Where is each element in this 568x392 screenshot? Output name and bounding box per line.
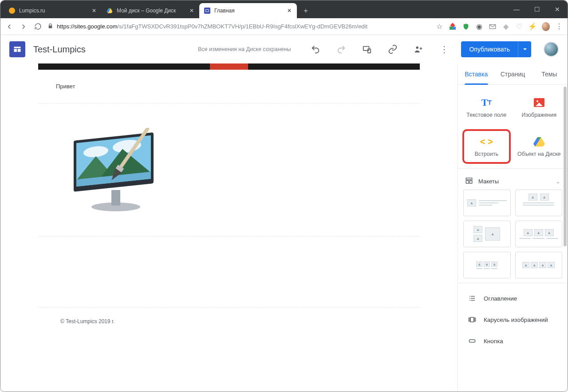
panel-tab-insert[interactable]: Вставка xyxy=(458,63,494,84)
window-maximize-button[interactable]: ☐ xyxy=(527,0,547,18)
star-icon[interactable]: ☆ xyxy=(435,23,443,31)
svg-rect-29 xyxy=(470,181,472,183)
insert-button-item[interactable]: Кнопка xyxy=(462,330,563,352)
panel-scrollbar-thumb[interactable] xyxy=(564,87,567,246)
svg-point-22 xyxy=(536,100,538,102)
save-status-text: Все изменения на Диске сохранены xyxy=(198,46,291,52)
textbox-icon: TT xyxy=(481,97,492,108)
address-bar[interactable]: https://sites.google.com/s/1faFgTWSXDCvR… xyxy=(47,23,430,30)
publish-button-group: Опубликовать xyxy=(461,41,531,57)
more-button[interactable]: ⋮ xyxy=(435,40,453,58)
panel-tab-pages[interactable]: Страниц xyxy=(494,63,531,84)
window-close-button[interactable]: ✕ xyxy=(547,0,568,18)
browser-tab[interactable]: Lumpics.ru ✕ xyxy=(4,3,102,18)
publish-dropdown-button[interactable] xyxy=(518,41,531,57)
account-avatar[interactable] xyxy=(544,42,559,57)
footer-section[interactable]: © Test-Lumpics 2019 г. xyxy=(38,308,420,335)
redo-button[interactable] xyxy=(332,40,350,58)
svg-rect-3 xyxy=(14,47,21,48)
back-button[interactable] xyxy=(5,22,14,31)
favicon-sites xyxy=(204,7,211,14)
extension-icon[interactable]: ◉ xyxy=(475,23,483,31)
drive-icon xyxy=(533,136,545,147)
insert-drive-tile[interactable]: Объект на Диске xyxy=(515,129,564,164)
collapse-icon[interactable]: ⌄ xyxy=(556,178,560,185)
extension-icon[interactable]: ◆ xyxy=(502,23,510,31)
svg-rect-31 xyxy=(469,318,470,321)
svg-rect-33 xyxy=(469,340,475,342)
svg-rect-10 xyxy=(111,190,120,206)
more-label: Карусель изображений xyxy=(484,317,548,323)
monitor-illustration xyxy=(69,128,158,212)
layouts-label: Макеты xyxy=(478,178,499,185)
insert-textbox-tile[interactable]: TT Текстовое поле xyxy=(462,90,511,125)
more-label: Кнопка xyxy=(484,338,503,344)
browser-tab-active[interactable]: Главная ✕ xyxy=(199,3,297,18)
tab-close-icon[interactable]: ✕ xyxy=(189,8,195,14)
share-button[interactable] xyxy=(410,40,427,58)
insert-images-tile[interactable]: Изображения xyxy=(515,90,564,125)
profile-avatar-icon[interactable] xyxy=(542,23,550,31)
image-section[interactable] xyxy=(38,103,420,237)
layout-option[interactable]: ▲▲▲▲ xyxy=(515,252,563,278)
layouts-header[interactable]: Макеты ⌄ xyxy=(462,173,563,190)
svg-rect-27 xyxy=(466,178,472,180)
empty-section[interactable] xyxy=(38,237,420,308)
extension-icon[interactable]: ⚡ xyxy=(529,23,536,31)
extension-icon[interactable] xyxy=(449,23,457,31)
tile-label: Изображения xyxy=(521,112,556,118)
layout-option[interactable]: ▲▲ xyxy=(515,190,563,216)
svg-rect-28 xyxy=(466,181,469,183)
forward-button[interactable] xyxy=(19,22,28,31)
site-title[interactable]: Test-Lumpics xyxy=(33,44,86,55)
browser-titlebar: Lumpics.ru ✕ Мой диск – Google Диск ✕ Гл… xyxy=(0,0,568,18)
layout-option[interactable]: ▲▲▲ xyxy=(463,252,511,278)
link-button[interactable] xyxy=(384,40,402,58)
toc-icon xyxy=(468,294,477,303)
sites-logo-icon[interactable] xyxy=(9,41,25,57)
tile-label: Текстовое поле xyxy=(466,112,506,118)
carousel-icon xyxy=(468,315,477,324)
tab-title: Главная xyxy=(214,8,283,14)
greeting-text: Привет xyxy=(56,83,75,90)
lock-icon xyxy=(47,23,53,30)
extension-icon[interactable]: ♡ xyxy=(515,23,523,31)
svg-rect-5 xyxy=(18,49,21,52)
browser-toolbar: https://sites.google.com/s/1faFgTWSXDCvR… xyxy=(0,18,568,35)
url-path: /s/1faFgTWSXDCvR391tspP0v7hZMBOKT7VH/p/1… xyxy=(118,23,368,30)
preview-button[interactable] xyxy=(358,40,376,58)
button-icon xyxy=(468,337,477,345)
panel-tab-themes[interactable]: Темы xyxy=(531,63,568,84)
window-minimize-button[interactable]: — xyxy=(506,0,527,18)
text-section[interactable]: Привет xyxy=(38,70,420,103)
insert-carousel-item[interactable]: Карусель изображений xyxy=(462,309,563,330)
header-banner[interactable] xyxy=(38,63,420,70)
chrome-menu-icon[interactable]: ⋮ xyxy=(555,23,563,31)
publish-button[interactable]: Опубликовать xyxy=(461,41,518,57)
shield-icon[interactable] xyxy=(462,23,470,31)
insert-embed-tile[interactable]: < > Встроить xyxy=(462,129,511,164)
mail-icon[interactable] xyxy=(489,23,497,31)
undo-button[interactable] xyxy=(307,40,324,58)
editor-canvas[interactable]: Привет xyxy=(0,63,458,392)
svg-rect-30 xyxy=(470,317,474,322)
tab-title: Lumpics.ru xyxy=(19,8,87,14)
url-domain: https://sites.google.com xyxy=(57,23,118,30)
tab-close-icon[interactable]: ✕ xyxy=(91,8,97,14)
tab-title: Мой диск – Google Диск xyxy=(117,8,185,14)
favicon-drive xyxy=(106,7,113,14)
new-tab-button[interactable]: ＋ xyxy=(300,4,312,17)
tab-close-icon[interactable]: ✕ xyxy=(286,8,292,14)
reload-button[interactable] xyxy=(33,22,42,31)
browser-tab[interactable]: Мой диск – Google Диск ✕ xyxy=(102,3,199,18)
layout-option[interactable]: ▲ xyxy=(463,190,511,216)
svg-rect-4 xyxy=(14,49,17,52)
layout-option[interactable]: ▲▲▲ xyxy=(463,221,511,247)
insert-toc-item[interactable]: Оглавление xyxy=(462,288,563,309)
embed-icon: < > xyxy=(481,136,492,147)
footer-text: © Test-Lumpics 2019 г. xyxy=(60,318,114,325)
more-label: Оглавление xyxy=(484,295,517,302)
layout-option[interactable]: ▲▲▲ xyxy=(515,221,563,247)
layouts-icon xyxy=(465,177,473,186)
svg-point-8 xyxy=(416,47,419,49)
